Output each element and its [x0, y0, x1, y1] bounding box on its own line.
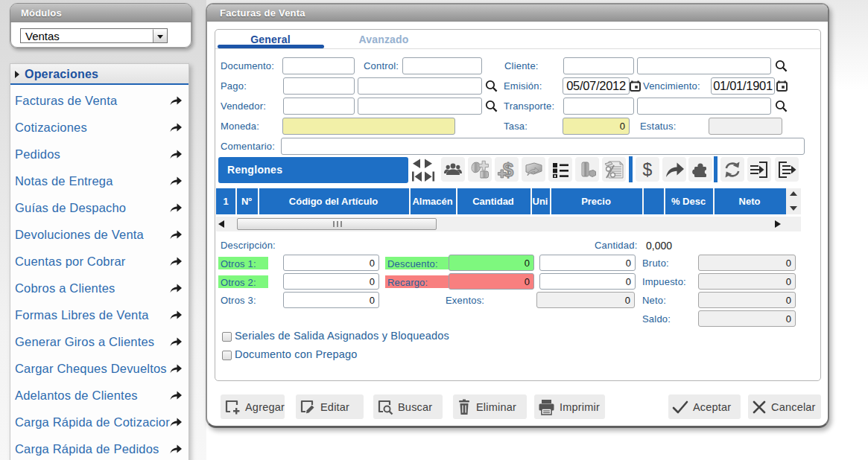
- svg-text:$: $: [503, 159, 514, 180]
- svg-text:$: $: [643, 160, 653, 179]
